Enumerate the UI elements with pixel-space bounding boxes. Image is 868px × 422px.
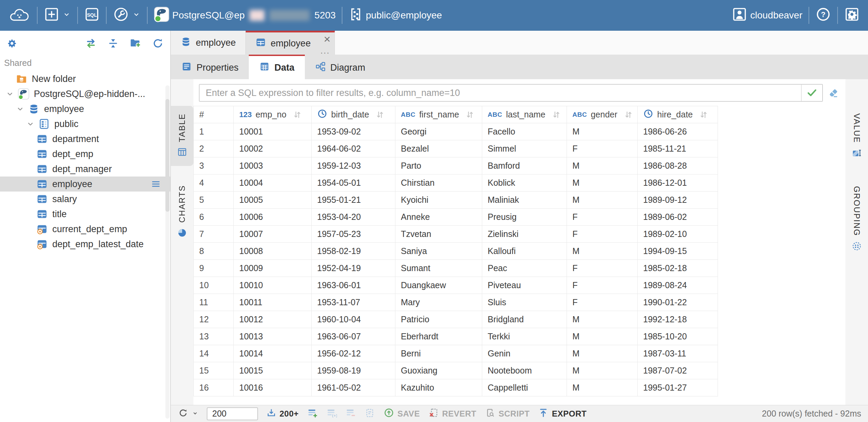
grid-cell[interactable]: 10006	[234, 209, 312, 226]
grid-cell[interactable]: Maliniak	[482, 192, 567, 209]
grid-cell[interactable]: Chirstian	[395, 174, 482, 192]
tree-item-dept-emp[interactable]: dept_emp	[0, 146, 170, 161]
scrollbar-thumb[interactable]	[165, 99, 169, 212]
row-index-cell[interactable]: 5	[194, 192, 234, 209]
clear-filter-button[interactable]	[828, 87, 839, 99]
grid-cell[interactable]: Bridgland	[482, 311, 567, 328]
sort-icon[interactable]	[292, 110, 302, 119]
tree-item-dept-manager[interactable]: dept_manager	[0, 161, 170, 177]
expander-chevron-icon[interactable]	[26, 119, 38, 128]
tree-item-postgresql-ep-hidden-[interactable]: PostgreSQL@ep-hidden-...	[0, 86, 170, 101]
grid-cell[interactable]: M	[567, 157, 638, 174]
grid-cell[interactable]: F	[567, 277, 638, 294]
tree-item-new-folder[interactable]: New folder	[0, 71, 170, 86]
expander-chevron-icon[interactable]	[5, 89, 18, 98]
column-header-index[interactable]: #	[194, 106, 234, 123]
grid-cell[interactable]: 1989-08-24	[638, 277, 718, 294]
grid-cell[interactable]: M	[567, 243, 638, 260]
grid-cell[interactable]: F	[567, 294, 638, 311]
grid-cell[interactable]: 10001	[234, 123, 312, 140]
tab-menu-icon[interactable]: ...	[320, 48, 330, 53]
grid-cell[interactable]: 10003	[234, 157, 312, 174]
sync-connection-button[interactable]	[85, 37, 97, 51]
grid-cell[interactable]: 1985-02-18	[638, 260, 718, 277]
grid-cell[interactable]: 10002	[234, 140, 312, 157]
grid-cell[interactable]: Sumant	[395, 260, 482, 277]
grid-cell[interactable]: 10008	[234, 243, 312, 260]
sort-icon[interactable]	[623, 110, 634, 119]
grid-cell[interactable]: 1985-11-21	[638, 140, 718, 157]
grid-cell[interactable]: Piveteau	[482, 277, 567, 294]
cloudbeaver-logo[interactable]	[8, 6, 31, 25]
sort-icon[interactable]	[375, 110, 385, 119]
grid-cell[interactable]: F	[567, 260, 638, 277]
grid-cell[interactable]: 1953-09-02	[312, 123, 395, 140]
grid-cell[interactable]: 1961-05-02	[312, 379, 395, 396]
grid-cell[interactable]: 1955-01-21	[312, 192, 395, 209]
item-menu-icon[interactable]	[150, 179, 161, 189]
grid-cell[interactable]: Bezalel	[395, 140, 482, 157]
grid-cell[interactable]: 1987-03-11	[638, 345, 718, 362]
grid-cell[interactable]: Peac	[482, 260, 567, 277]
grid-cell[interactable]: 10012	[234, 311, 312, 328]
driver-tools-button[interactable]	[113, 6, 141, 25]
grid-cell[interactable]: 1953-11-07	[312, 294, 395, 311]
grid-cell[interactable]: Patricio	[395, 311, 482, 328]
grid-cell[interactable]: 1989-09-12	[638, 192, 718, 209]
grid-cell[interactable]: M	[567, 379, 638, 396]
filter-input[interactable]	[200, 88, 801, 98]
grid-cell[interactable]: Georgi	[395, 123, 482, 140]
grid-cell[interactable]: M	[567, 328, 638, 345]
grid-cell[interactable]: 1957-05-23	[312, 226, 395, 243]
sort-icon[interactable]	[699, 110, 709, 119]
grid-cell[interactable]: F	[567, 140, 638, 157]
row-index-cell[interactable]: 7	[194, 226, 234, 243]
save-button[interactable]: SAVE	[383, 407, 420, 420]
tab-employee-database[interactable]: employee	[171, 31, 246, 55]
tab-diagram[interactable]: Diagram	[305, 55, 376, 79]
grid-cell[interactable]: Eberhardt	[395, 328, 482, 345]
grid-cell[interactable]: 10014	[234, 345, 312, 362]
help-button[interactable]: ?	[815, 6, 831, 25]
apply-changes-script-button[interactable]	[364, 407, 375, 420]
delete-row-button[interactable]	[345, 407, 356, 420]
column-header-last_name[interactable]: ABClast_name	[482, 106, 567, 123]
grid-cell[interactable]: 1952-04-19	[312, 260, 395, 277]
grid-cell[interactable]: 1987-07-02	[638, 362, 718, 379]
grid-cell[interactable]: Cappelletti	[482, 379, 567, 396]
grid-cell[interactable]: 10016	[234, 379, 312, 396]
presentation-tab-table[interactable]: TABLE	[171, 106, 193, 166]
grid-cell[interactable]: Saniya	[395, 243, 482, 260]
row-index-cell[interactable]: 1	[194, 123, 234, 140]
grid-cell[interactable]: 1989-02-10	[638, 226, 718, 243]
grid-cell[interactable]: M	[567, 123, 638, 140]
column-header-hire_date[interactable]: hire_date	[638, 106, 718, 123]
collapse-all-button[interactable]	[107, 38, 119, 50]
row-index-cell[interactable]: 14	[194, 345, 234, 362]
settings-button[interactable]	[844, 6, 860, 25]
tree-item-employee[interactable]: employee	[0, 177, 170, 192]
grid-cell[interactable]: 10011	[234, 294, 312, 311]
grid-cell[interactable]: M	[567, 192, 638, 209]
column-header-emp_no[interactable]: 123emp_no	[234, 106, 312, 123]
apply-filter-button[interactable]	[801, 85, 822, 101]
grid-cell[interactable]: 1986-08-28	[638, 157, 718, 174]
grid-cell[interactable]: 1953-04-20	[312, 209, 395, 226]
grid-cell[interactable]: 1986-12-01	[638, 174, 718, 192]
refresh-data-button[interactable]	[178, 407, 199, 420]
tree-item-title[interactable]: title	[0, 207, 170, 222]
grid-cell[interactable]: Kyoichi	[395, 192, 482, 209]
grid-cell[interactable]: 10009	[234, 260, 312, 277]
grid-cell[interactable]: 1989-06-02	[638, 209, 718, 226]
tab-properties[interactable]: Properties	[171, 55, 249, 79]
new-folder-button[interactable]	[129, 37, 141, 51]
grid-cell[interactable]: 10005	[234, 192, 312, 209]
grid-cell[interactable]: Terkki	[482, 328, 567, 345]
grid-cell[interactable]: 1964-06-02	[312, 140, 395, 157]
grid-cell[interactable]: Parto	[395, 157, 482, 174]
grid-cell[interactable]: Zielinski	[482, 226, 567, 243]
row-limit-input[interactable]	[207, 407, 258, 420]
grid-cell[interactable]: 1963-06-01	[312, 277, 395, 294]
row-index-cell[interactable]: 2	[194, 140, 234, 157]
grid-cell[interactable]: Mary	[395, 294, 482, 311]
